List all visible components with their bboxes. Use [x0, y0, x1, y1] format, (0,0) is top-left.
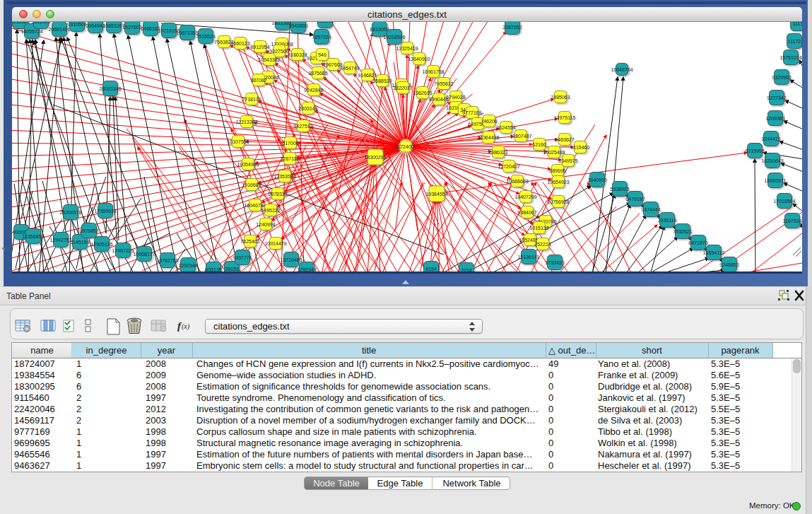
svg-text:28053346: 28053346 [99, 86, 121, 91]
svg-text:39153: 39153 [225, 267, 239, 271]
svg-text:17957225: 17957225 [112, 248, 134, 253]
svg-text:9227342: 9227342 [767, 95, 786, 100]
svg-text:2935114: 2935114 [658, 218, 677, 223]
svg-text:9310504: 9310504 [67, 22, 86, 27]
svg-text:9115460: 9115460 [571, 145, 590, 150]
svg-text:2087652: 2087652 [502, 25, 522, 30]
svg-text:1811306: 1811306 [32, 22, 51, 24]
svg-text:12213383: 12213383 [235, 119, 257, 124]
svg-text:1240994: 1240994 [256, 222, 275, 227]
svg-text:15751074: 15751074 [779, 55, 801, 60]
svg-text:5938925: 5938925 [610, 187, 629, 192]
svg-text:889695: 889695 [549, 168, 565, 173]
svg-text:1733426: 1733426 [545, 260, 564, 265]
svg-text:7955812: 7955812 [434, 81, 453, 86]
svg-text:1362615: 1362615 [413, 90, 432, 95]
svg-text:746206: 746206 [481, 119, 497, 124]
svg-text:7515524: 7515524 [196, 34, 215, 39]
svg-text:18724007: 18724007 [394, 144, 416, 149]
svg-text:881305: 881305 [317, 22, 333, 23]
svg-text:10756928: 10756928 [547, 199, 569, 204]
svg-text:6794028: 6794028 [446, 95, 465, 100]
svg-text:7485063: 7485063 [551, 95, 570, 100]
svg-text:9327500: 9327500 [269, 49, 288, 54]
svg-text:10914479: 10914479 [264, 241, 286, 246]
svg-text:3267110: 3267110 [281, 156, 300, 161]
svg-text:252214: 252214 [534, 242, 551, 247]
svg-text:10688603: 10688603 [506, 179, 528, 184]
svg-text:1640955: 1640955 [587, 177, 606, 182]
svg-text:7515524: 7515524 [12, 22, 30, 24]
svg-text:17359938: 17359938 [94, 209, 116, 214]
svg-text:5495222: 5495222 [261, 208, 280, 213]
svg-text:1145194: 1145194 [71, 240, 90, 245]
svg-text:8186328: 8186328 [288, 52, 307, 57]
svg-text:1588520: 1588520 [372, 78, 392, 83]
svg-text:15692971: 15692971 [764, 178, 786, 183]
svg-text:9457771: 9457771 [233, 255, 252, 260]
svg-text:1916685: 1916685 [242, 182, 261, 187]
svg-text:1015132: 1015132 [529, 226, 548, 230]
svg-text:6154: 6154 [425, 267, 437, 271]
svg-text:1643809: 1643809 [288, 23, 307, 28]
svg-text:21364436: 21364436 [477, 135, 499, 140]
svg-text:12905135: 12905135 [90, 242, 112, 247]
svg-text:7986322: 7986322 [488, 150, 507, 155]
svg-text:8813054: 8813054 [370, 27, 389, 32]
svg-text:14055724: 14055724 [20, 29, 42, 34]
svg-text:10958177: 10958177 [133, 252, 155, 257]
svg-text:20206578: 20206578 [59, 210, 81, 215]
svg-text:9146821: 9146821 [358, 73, 377, 78]
svg-text:8912954: 8912954 [250, 45, 269, 49]
svg-text:12942757: 12942757 [49, 238, 71, 243]
svg-text:18407299: 18407299 [514, 194, 536, 199]
svg-text:10025488: 10025488 [543, 150, 565, 155]
svg-text:10543382: 10543382 [258, 57, 280, 62]
svg-text:(x): (x) [182, 322, 190, 331]
svg-text:6479197: 6479197 [625, 197, 645, 201]
svg-text:16671355: 16671355 [176, 30, 198, 35]
svg-text:18300295: 18300295 [364, 155, 386, 160]
svg-text:9777169: 9777169 [462, 110, 481, 115]
svg-text:617006: 617006 [282, 141, 298, 146]
svg-text:9427512: 9427512 [293, 124, 312, 129]
svg-text:5878332: 5878332 [268, 192, 287, 197]
svg-text:8215958: 8215958 [745, 148, 764, 153]
svg-text:1527602: 1527602 [122, 25, 141, 30]
svg-text:9660123: 9660123 [230, 41, 249, 46]
svg-text:9242848: 9242848 [304, 88, 323, 93]
svg-text:16210643: 16210643 [761, 158, 783, 163]
svg-text:7857224: 7857224 [312, 35, 331, 40]
svg-text:10654112: 10654112 [703, 250, 725, 255]
svg-text:16046788: 16046788 [244, 203, 266, 208]
svg-text:1244415: 1244415 [761, 136, 780, 141]
svg-text:7532621: 7532621 [673, 229, 692, 234]
svg-text:13975115: 13975115 [554, 115, 576, 120]
svg-text:3624554: 3624554 [496, 125, 515, 130]
svg-text:13353594: 13353594 [273, 174, 295, 179]
svg-text:9463627: 9463627 [555, 137, 574, 142]
svg-text:987082: 987082 [250, 78, 266, 83]
svg-text:17016504: 17016504 [773, 199, 795, 204]
svg-text:3822037: 3822037 [393, 86, 412, 90]
svg-text:7625402: 7625402 [240, 239, 259, 244]
svg-text:19654923: 19654923 [547, 180, 569, 185]
svg-text:10653267: 10653267 [102, 23, 124, 28]
svg-text:20691406: 20691406 [48, 27, 70, 32]
svg-text:2803144: 2803144 [298, 106, 317, 111]
svg-text:15136141: 15136141 [517, 255, 539, 259]
svg-text:11172: 11172 [788, 39, 801, 44]
svg-text:13716485: 13716485 [280, 257, 302, 262]
svg-text:9474444: 9474444 [641, 207, 660, 212]
svg-text:1292344: 1292344 [178, 263, 197, 268]
svg-text:11356859: 11356859 [23, 234, 45, 239]
svg-text:9384067: 9384067 [517, 210, 536, 215]
svg-text:8454749: 8454749 [340, 66, 359, 71]
svg-text:2718170: 2718170 [242, 97, 261, 102]
svg-text:19054983: 19054983 [237, 162, 259, 167]
svg-text:1117: 1117 [793, 22, 802, 26]
svg-text:546: 546 [318, 52, 326, 57]
svg-text:10807487: 10807487 [510, 134, 531, 139]
svg-text:9329966: 9329966 [772, 75, 791, 80]
svg-text:1209383: 1209383 [765, 116, 784, 121]
